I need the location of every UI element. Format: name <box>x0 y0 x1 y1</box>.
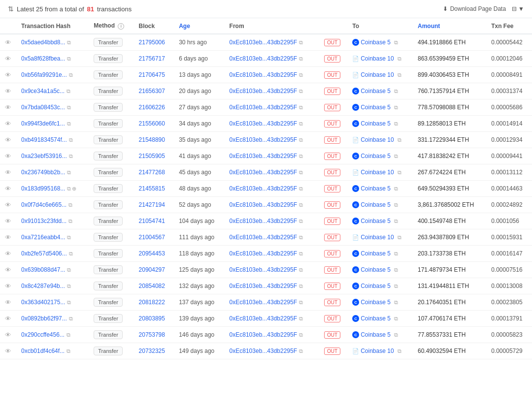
from-copy-icon[interactable]: ⧉ <box>299 234 303 240</box>
to-address[interactable]: Coinbase 5 <box>361 39 391 46</box>
from-copy-icon[interactable]: ⧉ <box>299 104 303 110</box>
from-copy-icon[interactable]: ⧉ <box>299 169 303 175</box>
copy-icon[interactable]: ⧉ <box>66 332 70 338</box>
block-link[interactable]: 21756717 <box>139 55 165 62</box>
block-link[interactable]: 20732325 <box>139 348 165 354</box>
eye-icon[interactable]: 👁 <box>5 55 11 63</box>
to-address[interactable]: Coinbase 5 <box>361 185 391 192</box>
from-address[interactable]: 0xEc8103eb...43db2295F <box>230 283 297 289</box>
copy-icon[interactable]: ⧉ <box>67 186 71 191</box>
eye-icon[interactable]: 👁 <box>5 201 11 209</box>
from-copy-icon[interactable]: ⧉ <box>299 332 303 338</box>
block-link[interactable]: 21706475 <box>139 71 165 78</box>
copy-icon[interactable]: ⧉ <box>67 283 71 289</box>
to-address[interactable]: Coinbase 10 <box>361 136 394 143</box>
to-address[interactable]: Coinbase 5 <box>361 120 391 127</box>
from-address[interactable]: 0xEc8103eb...43db2295F <box>230 315 297 322</box>
to-copy-icon[interactable]: ⧉ <box>394 121 398 127</box>
to-copy-icon[interactable]: ⧉ <box>398 234 401 241</box>
to-copy-icon[interactable]: ⧉ <box>398 137 401 143</box>
block-link[interactable]: 20753798 <box>139 331 165 338</box>
to-address[interactable]: Coinbase 5 <box>361 283 391 289</box>
tx-hash-link[interactable]: 0xb56fa99291e... <box>21 71 67 78</box>
to-address[interactable]: Coinbase 5 <box>361 153 391 159</box>
block-link[interactable]: 20904297 <box>139 266 165 273</box>
from-address[interactable]: 0xEc8103eb...43db2295F <box>230 331 297 338</box>
eye-icon[interactable]: 👁 <box>5 39 11 46</box>
from-address[interactable]: 0xEc8103eb...43db2295F <box>230 299 297 306</box>
block-link[interactable]: 21656307 <box>139 88 165 95</box>
copy-icon[interactable]: ⧉ <box>69 72 73 78</box>
tx-hash-link[interactable]: 0x290ccffe456... <box>21 331 65 338</box>
to-copy-icon[interactable]: ⧉ <box>394 316 398 322</box>
from-address[interactable]: 0xEc8103eb...43db2295F <box>230 55 297 62</box>
from-address[interactable]: 0xEc8103eb...43db2295F <box>230 104 297 111</box>
copy-icon[interactable]: ⧉ <box>67 56 71 62</box>
filter-button[interactable]: ⊟ ▼ <box>512 5 524 12</box>
download-button[interactable]: ⬇ Download Page Data <box>443 5 506 12</box>
block-link[interactable]: 21505905 <box>139 153 165 159</box>
copy-icon[interactable]: ⧉ <box>67 169 71 175</box>
to-address[interactable]: Coinbase 5 <box>361 104 391 111</box>
to-address[interactable]: Coinbase 5 <box>361 331 391 338</box>
from-address[interactable]: 0xEc8103eb...43db2295F <box>230 201 297 208</box>
to-address[interactable]: Coinbase 5 <box>361 299 391 306</box>
tx-hash-link[interactable]: 0x91013c23fdd... <box>21 218 66 224</box>
eye-icon[interactable]: 👁 <box>5 185 11 192</box>
eye-icon[interactable]: 👁 <box>5 104 11 111</box>
eye-icon[interactable]: 👁 <box>5 250 11 257</box>
block-link[interactable]: 21556060 <box>139 120 165 127</box>
tx-hash-link[interactable]: 0x994f3de6fc1... <box>21 120 65 127</box>
tx-hash-link[interactable]: 0xa7216eabb4... <box>21 234 65 241</box>
to-copy-icon[interactable]: ⧉ <box>394 283 398 289</box>
block-link[interactable]: 21004567 <box>139 234 165 241</box>
from-copy-icon[interactable]: ⧉ <box>299 121 303 127</box>
block-link[interactable]: 21054741 <box>139 218 165 224</box>
copy-icon[interactable]: ⧉ <box>67 234 71 240</box>
from-copy-icon[interactable]: ⧉ <box>299 299 303 305</box>
to-copy-icon[interactable]: ⧉ <box>394 332 398 338</box>
eye-icon[interactable]: 👁 <box>5 331 11 339</box>
tx-hash-link[interactable]: 0x236749bb2b... <box>21 169 65 176</box>
eye-icon[interactable]: 👁 <box>5 120 11 127</box>
from-copy-icon[interactable]: ⧉ <box>299 186 303 191</box>
copy-icon[interactable]: ⧉ <box>67 39 71 45</box>
tx-hash-link[interactable]: 0x639b088d47... <box>21 266 65 273</box>
tx-hash-link[interactable]: 0x183d995168... <box>21 185 65 192</box>
to-address[interactable]: Coinbase 10 <box>361 55 394 62</box>
to-address[interactable]: Coinbase 10 <box>361 234 394 241</box>
block-link[interactable]: 21795006 <box>139 39 165 46</box>
from-copy-icon[interactable]: ⧉ <box>299 88 303 94</box>
to-copy-icon[interactable]: ⧉ <box>394 88 398 95</box>
eye-icon[interactable]: 👁 <box>5 299 11 306</box>
block-link[interactable]: 20818222 <box>139 299 165 306</box>
from-copy-icon[interactable]: ⧉ <box>299 283 303 289</box>
to-copy-icon[interactable]: ⧉ <box>394 104 398 111</box>
plus-icon[interactable]: ⊕ <box>72 186 76 191</box>
to-address[interactable]: Coinbase 5 <box>361 250 391 257</box>
copy-icon[interactable]: ⧉ <box>66 348 70 354</box>
to-address[interactable]: Coinbase 10 <box>361 348 394 354</box>
to-address[interactable]: Coinbase 5 <box>361 218 391 224</box>
to-address[interactable]: Coinbase 5 <box>361 88 391 95</box>
from-address[interactable]: 0xEc8103eb...43db2295F <box>230 266 297 273</box>
from-copy-icon[interactable]: ⧉ <box>299 137 303 143</box>
from-copy-icon[interactable]: ⧉ <box>299 348 303 354</box>
tx-hash-link[interactable]: 0x0892bb62f97... <box>21 315 67 322</box>
tx-hash-link[interactable]: 0x9ce34a1a5c... <box>21 88 65 95</box>
from-address[interactable]: 0xEc8103eb...43db2295F <box>230 153 297 159</box>
from-copy-icon[interactable]: ⧉ <box>299 39 303 45</box>
from-address[interactable]: 0xEc8103eb...43db2295F <box>230 71 297 78</box>
to-copy-icon[interactable]: ⧉ <box>394 267 398 273</box>
tx-hash-link[interactable]: 0xb2fe57d5406... <box>21 250 67 257</box>
from-copy-icon[interactable]: ⧉ <box>299 72 303 78</box>
copy-icon[interactable]: ⧉ <box>69 137 73 143</box>
eye-icon[interactable]: 👁 <box>5 136 11 144</box>
tx-hash-link[interactable]: 0xcb01df4c64f... <box>21 348 65 354</box>
to-address[interactable]: Coinbase 5 <box>361 266 391 273</box>
to-copy-icon[interactable]: ⧉ <box>398 169 401 176</box>
tx-hash-link[interactable]: 0xb491834574f... <box>21 136 67 143</box>
from-address[interactable]: 0xEc8103eb...43db2295F <box>230 185 297 192</box>
tx-hash-link[interactable]: 0x7bda08453c... <box>21 104 65 111</box>
eye-icon[interactable]: 👁 <box>5 234 11 241</box>
